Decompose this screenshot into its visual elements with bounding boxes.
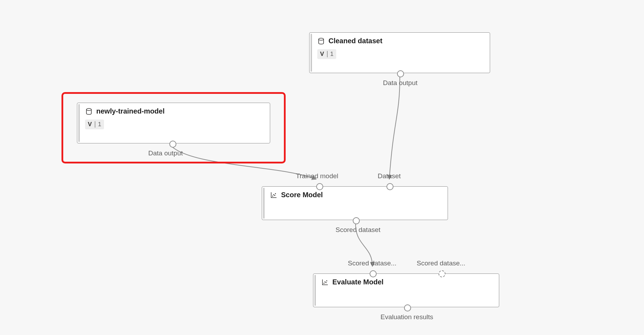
port-eval-out[interactable] [404,304,411,311]
database-icon [85,108,93,115]
svg-point-13 [326,280,327,281]
node-stripe [311,34,312,72]
version-letter: V [88,121,92,128]
node-cleaned-dataset[interactable]: Cleaned dataset V 1 [309,32,490,73]
svg-rect-9 [322,284,328,285]
node-title: Score Model [281,191,323,199]
port-label: Trained model [296,172,338,180]
port-score-in-dataset[interactable] [386,183,393,190]
port-eval-in1[interactable] [370,270,377,277]
svg-point-11 [325,281,326,282]
node-title: newly-trained-model [96,107,164,115]
port-label: Data output [383,79,417,87]
port-label: Scored dataset [336,226,380,234]
svg-point-4 [272,195,273,197]
port-label: Dataset [378,172,401,180]
node-title: Cleaned dataset [328,37,382,45]
port-eval-in2-optional[interactable] [438,270,445,277]
port-cleaned-out[interactable] [397,70,404,77]
pipeline-canvas[interactable]: Cleaned dataset V 1 Data output newly-tr… [0,0,644,335]
port-label: Scored datase... [417,259,465,267]
node-title: Evaluate Model [332,278,384,286]
node-stripe [263,188,265,219]
svg-point-7 [275,193,276,194]
database-icon [317,37,325,45]
node-stripe [78,104,80,142]
svg-point-6 [274,195,275,196]
node-score-model[interactable]: Score Model [262,186,448,220]
port-score-out[interactable] [353,217,360,224]
port-label: Data output [148,149,183,157]
svg-point-0 [319,38,324,40]
version-separator [95,121,95,128]
version-badge: V 1 [85,120,104,129]
node-stripe [314,275,316,306]
scatter-icon [270,191,278,199]
svg-point-5 [273,194,274,195]
node-newly-trained-model[interactable]: newly-trained-model V 1 [77,103,270,143]
version-separator [327,51,327,57]
svg-point-12 [326,282,327,283]
version-letter: V [320,51,324,58]
svg-rect-2 [271,192,272,198]
version-number: 1 [98,121,101,128]
svg-rect-8 [322,279,323,285]
port-model-out[interactable] [169,141,176,148]
version-number: 1 [330,51,333,58]
svg-point-1 [86,108,91,110]
port-label: Evaluation results [380,313,433,321]
scatter-icon [321,278,329,286]
svg-rect-3 [271,197,277,198]
version-badge: V 1 [317,49,336,59]
svg-point-10 [324,283,325,284]
node-evaluate-model[interactable]: Evaluate Model [313,273,499,307]
port-label: Scored datase... [348,259,396,267]
port-score-in-trained-model[interactable] [316,183,323,190]
